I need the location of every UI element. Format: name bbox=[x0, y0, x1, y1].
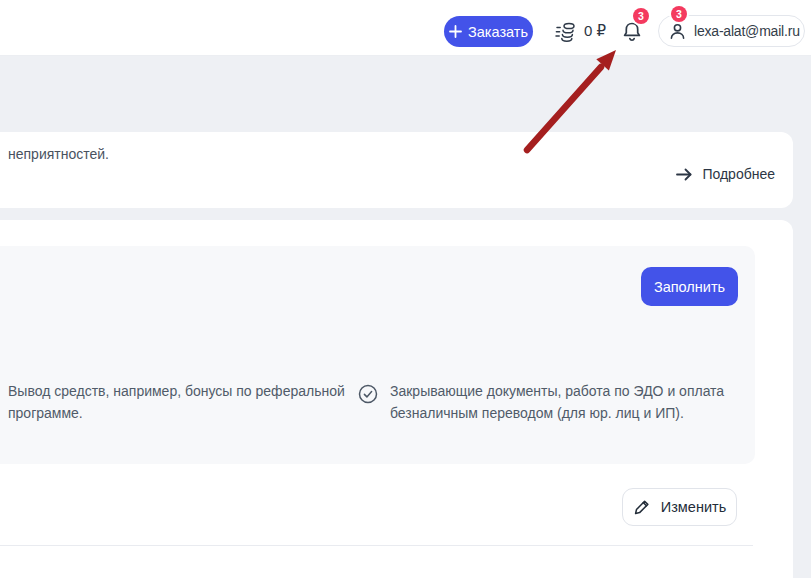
balance-widget[interactable]: 0 ₽ bbox=[555, 17, 606, 45]
profile-card: Заполнить Вывод средств, например, бонус… bbox=[0, 220, 793, 578]
pencil-icon bbox=[633, 498, 651, 516]
fill-profile-panel: Заполнить Вывод средств, например, бонус… bbox=[0, 246, 755, 464]
feature-text: Закрывающие документы, работа по ЭДО и о… bbox=[390, 380, 730, 424]
coins-icon bbox=[555, 20, 577, 43]
order-button-label: Заказать bbox=[468, 24, 528, 40]
check-circle-icon bbox=[358, 384, 378, 424]
edit-button[interactable]: Изменить bbox=[622, 488, 737, 526]
notifications-badge: 3 bbox=[633, 8, 649, 24]
account-email: lexa-alat@mail.ru bbox=[694, 23, 800, 39]
fill-button[interactable]: Заполнить bbox=[641, 267, 738, 306]
account-badge: 3 bbox=[671, 6, 687, 22]
feature-text: Вывод средств, например, бонусы по рефер… bbox=[8, 380, 360, 424]
details-link[interactable]: Подробнее bbox=[675, 165, 775, 183]
person-icon bbox=[668, 21, 687, 41]
plus-icon bbox=[449, 25, 462, 38]
section-divider bbox=[0, 545, 753, 546]
feature-item: Закрывающие документы, работа по ЭДО и о… bbox=[358, 380, 730, 424]
banner-text: неприятностей. bbox=[8, 146, 109, 162]
balance-value: 0 ₽ bbox=[584, 22, 606, 40]
edit-button-label: Изменить bbox=[661, 499, 726, 515]
order-button[interactable]: Заказать bbox=[444, 16, 533, 47]
info-banner-card: неприятностей. Подробнее bbox=[0, 132, 793, 208]
top-bar: Заказать 0 ₽ 3 bbox=[0, 0, 811, 56]
page: Заказать 0 ₽ 3 bbox=[0, 0, 811, 578]
details-link-label: Подробнее bbox=[702, 166, 775, 182]
arrow-right-icon bbox=[675, 167, 693, 182]
feature-item: Вывод средств, например, бонусы по рефер… bbox=[8, 380, 360, 424]
